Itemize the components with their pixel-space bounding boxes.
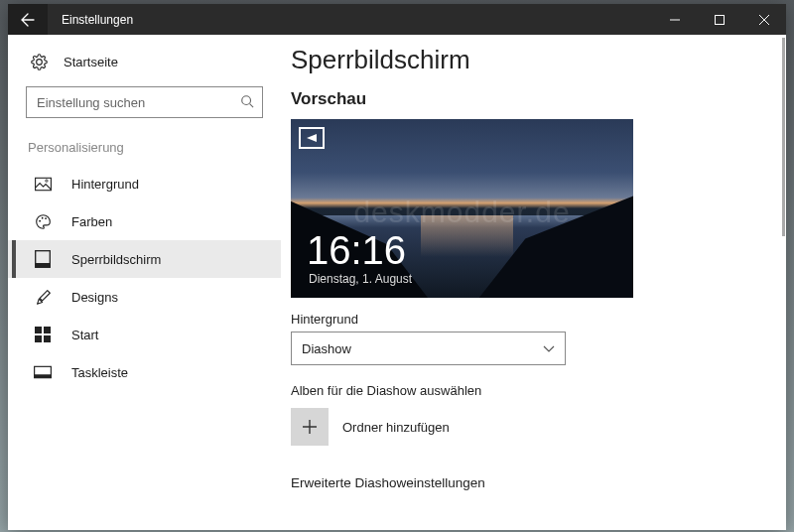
plus-icon [291,408,329,446]
settings-window: Einstellungen Startseite Einstellung suc… [8,4,786,530]
chevron-down-icon [543,341,555,356]
search-placeholder: Einstellung suchen [37,95,145,110]
svg-rect-12 [44,335,51,342]
advanced-settings-heading: Erweiterte Diashoweinstellungen [291,475,756,490]
svg-rect-11 [35,335,42,342]
background-label: Hintergrund [291,312,756,327]
palette-icon [34,212,52,230]
watermark: deskmodder.de [353,196,570,229]
taskbar-icon [34,363,52,381]
lockscreen-preview: deskmodder.de 16:16 Dienstag, 1. August [291,119,633,298]
slideshow-icon [299,127,325,149]
content-area: Startseite Einstellung suchen Personalis… [8,35,786,530]
home-label: Startseite [64,55,118,69]
sidebar: Startseite Einstellung suchen Personalis… [8,35,281,530]
svg-rect-8 [36,263,51,267]
home-link[interactable]: Startseite [8,47,281,80]
sidebar-item-start[interactable]: Start [8,316,281,353]
sidebar-item-label: Farben [71,214,112,229]
sidebar-item-background[interactable]: Hintergrund [8,165,281,202]
svg-rect-10 [44,327,51,333]
svg-point-6 [45,217,47,219]
close-icon [759,15,769,25]
sidebar-item-lockscreen[interactable]: Sperrbildschirm [8,240,281,278]
svg-rect-14 [35,374,52,377]
gear-icon [30,53,48,70]
start-icon [34,326,52,343]
svg-rect-9 [35,327,42,333]
arrow-left-icon [20,12,36,28]
minimize-button[interactable] [652,4,697,35]
lockscreen-icon [34,250,52,268]
svg-rect-2 [35,178,51,190]
titlebar: Einstellungen [8,4,786,35]
background-select[interactable]: Diashow [291,332,566,365]
search-icon [240,94,254,111]
preview-date: Dienstag, 1. August [309,272,412,286]
background-select-value: Diashow [302,341,351,356]
sidebar-item-label: Start [71,328,98,342]
scrollbar-thumb[interactable] [782,38,785,236]
maximize-button[interactable] [697,4,741,35]
albums-label: Alben für die Diashow auswählen [291,383,756,398]
picture-icon [34,175,52,193]
preview-heading: Vorschau [291,89,756,109]
svg-point-1 [242,95,251,104]
search-wrap: Einstellung suchen [26,86,263,118]
close-button[interactable] [741,4,786,35]
svg-rect-0 [715,15,724,24]
page-title: Sperrbildschirm [291,45,756,75]
back-button[interactable] [8,4,48,35]
minimize-icon [670,15,680,25]
add-folder-label: Ordner hinzufügen [342,420,450,435]
sidebar-item-designs[interactable]: Designs [8,278,281,316]
svg-point-4 [39,219,41,221]
svg-point-3 [45,179,47,181]
window-title: Einstellungen [48,4,133,35]
preview-time: 16:16 [307,230,406,270]
sidebar-item-colors[interactable]: Farben [8,202,281,240]
sidebar-item-label: Designs [71,290,118,305]
brush-icon [34,288,52,306]
main-panel: Sperrbildschirm Vorschau deskmodder.de 1… [281,35,786,530]
sidebar-item-label: Hintergrund [71,177,139,192]
search-input[interactable]: Einstellung suchen [26,86,263,118]
sidebar-item-label: Sperrbildschirm [71,252,161,267]
svg-point-5 [41,216,43,218]
add-folder-button[interactable]: Ordner hinzufügen [291,408,756,446]
sidebar-item-taskbar[interactable]: Taskleiste [8,353,281,391]
sidebar-item-label: Taskleiste [71,365,128,380]
section-label: Personalisierung [8,136,281,165]
maximize-icon [715,15,725,25]
